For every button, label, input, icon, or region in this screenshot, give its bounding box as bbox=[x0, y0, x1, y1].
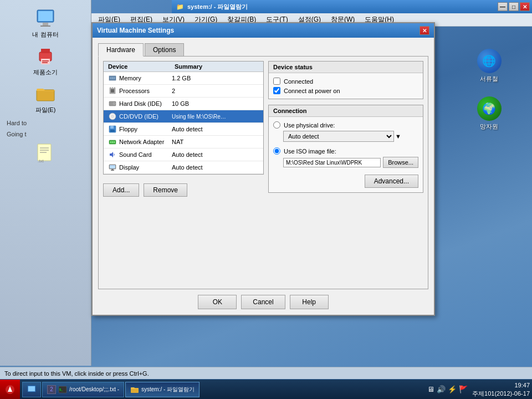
sound-name: Sound Card bbox=[119, 151, 172, 158]
device-status-section: Device status Connected Connect at power… bbox=[268, 61, 423, 99]
dialog-body: Hardware Options Device Summary bbox=[93, 38, 434, 315]
device-item-display[interactable]: Display Auto detect bbox=[104, 161, 263, 174]
hard-disk-name: Hard Disk (IDE) bbox=[119, 100, 172, 107]
taskbar-clock: 19:47 주제101(2012)-06-17 bbox=[472, 381, 532, 397]
iso-path-input[interactable] bbox=[283, 158, 381, 167]
right-icon-world[interactable]: 🌍 망자원 bbox=[451, 96, 528, 131]
cddvd-summary: Using file M:\OS\Red Star ... bbox=[172, 114, 227, 120]
tab-content-hardware: Device Summary Memory 1.2 GB bbox=[98, 56, 428, 289]
use-iso-label: Use ISO image file: bbox=[284, 148, 336, 155]
svg-rect-7 bbox=[42, 60, 49, 62]
connect-at-power-on-checkbox[interactable] bbox=[273, 87, 280, 94]
start-button[interactable] bbox=[0, 380, 20, 400]
help-button[interactable]: Help bbox=[290, 295, 329, 309]
network-name: Network Adapter bbox=[119, 139, 172, 145]
fm-maximize-button[interactable]: □ bbox=[509, 2, 519, 11]
svg-text:$_: $_ bbox=[59, 388, 63, 391]
right-panel-icons: 🌐 서류철 🌍 망자원 bbox=[446, 17, 532, 135]
taskbar-items: 2 $_ /root/Desktop/;;;.txt - system:/ - … bbox=[20, 382, 423, 397]
sidebar-item-printer[interactable]: 제품소기 bbox=[2, 42, 89, 80]
status-text: To direct input to this VM, click inside… bbox=[4, 370, 149, 377]
device-item-memory[interactable]: Memory 1.2 GB bbox=[104, 72, 263, 85]
folder-label: 파일(E) bbox=[35, 106, 56, 114]
device-status-body: Connected Connect at power on bbox=[269, 73, 423, 99]
taskbar-terminal-label: /root/Desktop/;;;.txt - bbox=[69, 386, 119, 392]
device-item-hard-disk[interactable]: Hard Disk (IDE) 10 GB bbox=[104, 98, 263, 110]
vm-settings-dialog: Virtual Machine Settings ✕ Hardware Opti… bbox=[91, 22, 435, 316]
taskbar-item-terminal[interactable]: 2 $_ /root/Desktop/;;;.txt - bbox=[42, 382, 124, 397]
dialog-tabs: Hardware Options bbox=[98, 43, 428, 57]
connection-title: Connection bbox=[269, 105, 423, 117]
taskbar-terminal-number: 2 bbox=[47, 385, 56, 394]
physical-drive-dropdown[interactable]: Auto detect bbox=[283, 131, 394, 142]
svg-rect-32 bbox=[110, 130, 115, 132]
tray-icon-volume[interactable]: 🔊 bbox=[437, 385, 446, 393]
svg-rect-3 bbox=[40, 25, 50, 27]
svg-rect-18 bbox=[114, 77, 115, 79]
world-icon-label: 망자원 bbox=[480, 122, 498, 131]
browser-icon: 🌐 bbox=[477, 49, 502, 73]
dialog-titlebar: Virtual Machine Settings ✕ bbox=[93, 23, 434, 38]
tray-icon-network: 🖥 bbox=[427, 385, 434, 393]
cancel-button[interactable]: Cancel bbox=[241, 295, 285, 309]
sidebar-item-my-computer[interactable]: 내 컴퓨터 bbox=[2, 4, 89, 42]
sidebar-item-folder[interactable]: 파일(E) bbox=[2, 80, 89, 117]
sound-summary: Auto detect bbox=[172, 151, 259, 158]
connected-label: Connected bbox=[284, 78, 313, 85]
use-iso-radio[interactable] bbox=[273, 147, 280, 155]
col-device: Device bbox=[108, 63, 175, 70]
connected-checkbox[interactable] bbox=[273, 78, 280, 85]
connect-at-power-on-row: Connect at power on bbox=[273, 87, 418, 94]
memory-name: Memory bbox=[119, 75, 172, 81]
left-panel: 내 컴퓨터 제품소기 bbox=[0, 0, 91, 366]
right-icon-browser[interactable]: 🌐 서류철 bbox=[451, 49, 528, 83]
taskbar-tray: 🖥 🔊 ⚡ 🚩 bbox=[423, 385, 472, 393]
taskbar-item-filemanager[interactable]: system:/ - 파일열람기 bbox=[125, 382, 200, 397]
svg-rect-17 bbox=[112, 77, 113, 79]
advanced-button[interactable]: Advanced... bbox=[365, 175, 418, 188]
tab-options[interactable]: Options bbox=[145, 43, 184, 57]
browse-button[interactable]: Browse... bbox=[383, 157, 418, 168]
device-item-processors[interactable]: Processors 2 bbox=[104, 85, 263, 98]
connect-at-power-on-label: Connect at power on bbox=[284, 88, 340, 94]
remove-device-button[interactable]: Remove bbox=[144, 183, 187, 197]
my-computer-label: 내 컴퓨터 bbox=[32, 30, 58, 39]
device-item-cddvd[interactable]: CD/DVD (IDE) Using file M:\OS\Red Star .… bbox=[104, 110, 263, 123]
browser-icon-label: 서류철 bbox=[480, 75, 498, 83]
ok-button[interactable]: OK bbox=[198, 295, 237, 309]
taskbar-item-desktop[interactable] bbox=[22, 382, 41, 397]
use-physical-drive-label: Use physical drive: bbox=[284, 122, 335, 129]
device-list-header: Device Summary bbox=[104, 62, 263, 72]
floppy-summary: Auto detect bbox=[172, 126, 259, 132]
desktop: 내 컴퓨터 제품소기 bbox=[0, 0, 532, 399]
tab-hardware[interactable]: Hardware bbox=[98, 43, 144, 57]
file-manager-titlebar: 📁 system:/ - 파일열람기 — □ ✕ bbox=[172, 0, 532, 13]
svg-rect-16 bbox=[110, 77, 111, 79]
device-item-sound[interactable]: Sound Card Auto detect bbox=[104, 149, 263, 161]
svg-rect-5 bbox=[41, 49, 50, 53]
dialog-footer: OK Cancel Help bbox=[98, 295, 428, 309]
printer-label: 제품소기 bbox=[33, 68, 58, 76]
svg-marker-37 bbox=[110, 152, 113, 157]
add-device-button[interactable]: Add... bbox=[103, 183, 139, 197]
fm-close-button[interactable]: ✕ bbox=[520, 2, 530, 11]
folder-icon bbox=[35, 83, 56, 104]
taskbar-fm-label: system:/ - 파일열람기 bbox=[141, 386, 195, 393]
fm-minimize-button[interactable]: — bbox=[498, 2, 508, 11]
svg-rect-2 bbox=[43, 23, 48, 25]
sidebar-item-txt[interactable]: .txt bbox=[2, 140, 89, 167]
fm-title-text: system:/ - 파일열람기 bbox=[187, 3, 248, 11]
use-physical-drive-radio[interactable] bbox=[273, 121, 280, 129]
display-name: Display bbox=[119, 164, 172, 171]
network-adapter-icon bbox=[108, 137, 117, 146]
device-list-panel: Device Summary Memory 1.2 GB bbox=[103, 61, 264, 175]
col-summary: Summary bbox=[175, 63, 259, 70]
device-item-network[interactable]: Network Adapter NAT bbox=[104, 136, 263, 149]
dialog-close-button[interactable]: ✕ bbox=[420, 26, 429, 35]
processors-summary: 2 bbox=[172, 88, 259, 94]
network-summary: NAT bbox=[172, 139, 259, 145]
sound-card-icon bbox=[108, 150, 117, 159]
sidebar-text-hard: Hard to bbox=[2, 117, 89, 129]
device-item-floppy[interactable]: Floppy Auto detect bbox=[104, 123, 263, 136]
svg-rect-45 bbox=[28, 386, 35, 391]
